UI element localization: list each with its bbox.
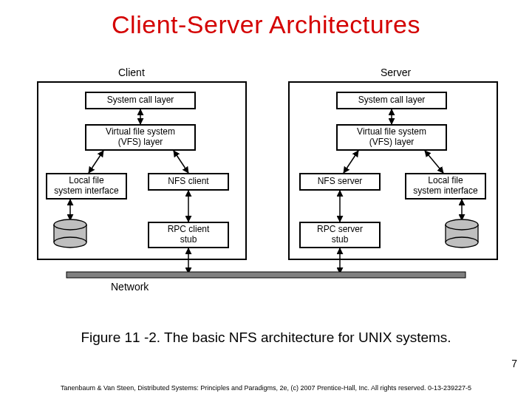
server-vfs-box: Virtual file system (VFS) layer: [336, 124, 447, 151]
network-label: Network: [111, 281, 149, 293]
client-vfs-box: Virtual file system (VFS) layer: [85, 124, 196, 151]
server-syscall-box: System call layer: [336, 92, 447, 109]
nfs-server-box: NFS server: [299, 173, 381, 191]
slide-title: Client-Server Architectures: [0, 10, 532, 39]
server-localfs-box: Local file system interface: [405, 173, 486, 200]
client-label: Client: [118, 66, 145, 78]
server-label: Server: [381, 66, 411, 78]
svg-rect-22: [66, 272, 466, 278]
nfs-client-box: NFS client: [148, 173, 229, 191]
client-localfs-box: Local file system interface: [46, 173, 127, 200]
architecture-diagram: Client Server System call layer Virtual …: [37, 66, 495, 292]
rpc-client-stub-box: RPC client stub: [148, 222, 229, 248]
client-syscall-box: System call layer: [85, 92, 196, 109]
copyright-footer: Tanenbaum & Van Steen, Distributed Syste…: [7, 384, 525, 392]
page-number: 7: [511, 358, 517, 369]
rpc-server-stub-box: RPC server stub: [299, 222, 381, 248]
figure-caption: Figure 11 -2. The basic NFS architecture…: [0, 330, 532, 346]
